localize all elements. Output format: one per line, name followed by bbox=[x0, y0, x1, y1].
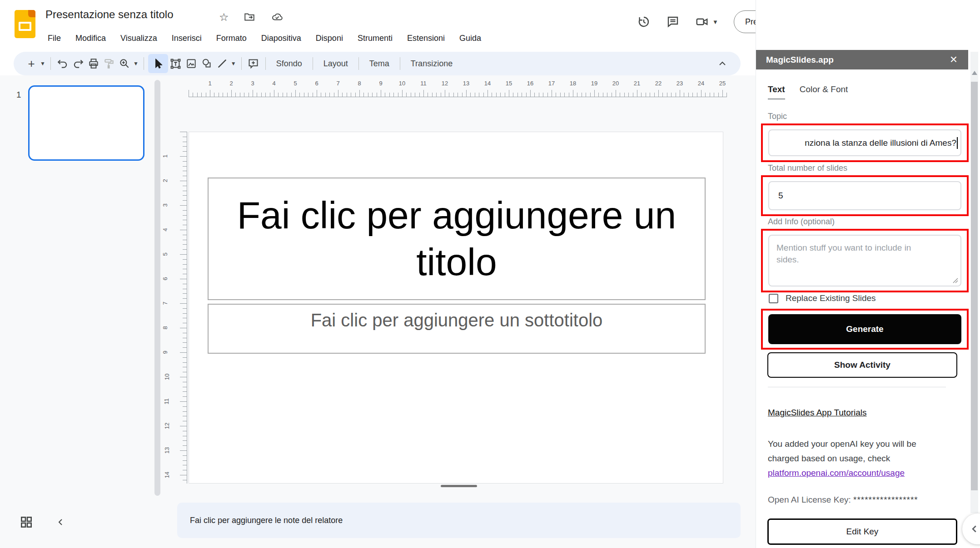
move-folder-icon[interactable] bbox=[244, 11, 255, 23]
new-slide-caret-icon[interactable]: ▼ bbox=[40, 60, 45, 67]
slide-title-placeholder[interactable]: Fai clic per aggiungere un titolo bbox=[208, 178, 706, 300]
filmstrip-slide-number: 1 bbox=[16, 90, 21, 100]
menu-modifica[interactable]: Modifica bbox=[71, 32, 110, 45]
document-title[interactable]: Presentazione senza titolo bbox=[45, 8, 174, 21]
slides-annotation-box: 5 bbox=[761, 175, 969, 216]
google-slides-logo[interactable] bbox=[15, 10, 35, 38]
ruler-number: 12 bbox=[442, 80, 448, 87]
subtitle-placeholder-text: Fai clic per aggiungere un sottotitolo bbox=[311, 310, 603, 330]
menu-file[interactable]: File bbox=[44, 32, 65, 45]
ruler-number: 15 bbox=[506, 80, 512, 87]
textarea-resize-grip[interactable] bbox=[953, 278, 958, 283]
tutorials-link[interactable]: MagicSlides App Tutorials bbox=[768, 408, 867, 418]
select-cursor-icon[interactable] bbox=[148, 54, 168, 73]
toolbar-collapse-icon[interactable] bbox=[717, 58, 728, 69]
filmstrip-collapse-icon[interactable] bbox=[55, 517, 66, 528]
toolbar-divider bbox=[358, 57, 359, 70]
menu-visualizza[interactable]: Visualizza bbox=[116, 32, 161, 45]
license-masked-value: ***************** bbox=[853, 495, 918, 504]
ruler-number: 10 bbox=[164, 374, 170, 380]
tab-text[interactable]: Text bbox=[768, 84, 785, 99]
print-icon[interactable] bbox=[86, 56, 101, 71]
undo-icon[interactable] bbox=[55, 56, 70, 71]
insert-image-icon[interactable] bbox=[184, 56, 199, 71]
menu-formato[interactable]: Formato bbox=[212, 32, 251, 45]
camera-dropdown-caret[interactable]: ▼ bbox=[712, 19, 718, 25]
usage-link[interactable]: platform.openai.com/account/usage bbox=[768, 468, 905, 478]
ruler-number: 7 bbox=[162, 301, 169, 305]
sidebar-scrollbar-thumb[interactable] bbox=[971, 82, 978, 490]
ruler-number: 12 bbox=[164, 423, 170, 429]
grid-view-icon[interactable] bbox=[19, 515, 34, 529]
ruler-number: 13 bbox=[463, 80, 469, 87]
ruler-number: 24 bbox=[698, 80, 704, 87]
slides-count-input[interactable]: 5 bbox=[768, 181, 961, 210]
meet-camera-icon[interactable]: ▼ bbox=[695, 15, 718, 29]
paint-format-icon[interactable] bbox=[101, 56, 117, 71]
menu-guida[interactable]: Guida bbox=[455, 32, 485, 45]
sidebar-divider bbox=[768, 387, 946, 387]
redo-icon[interactable] bbox=[70, 56, 86, 71]
ruler-number: 8 bbox=[358, 80, 361, 87]
zoom-icon[interactable] bbox=[117, 56, 132, 71]
toolbar-divider bbox=[313, 57, 313, 70]
new-slide-plus-icon[interactable]: + bbox=[24, 56, 39, 71]
filmstrip-thumbnail-selected[interactable] bbox=[28, 85, 144, 161]
topic-value: nziona la stanza delle illusioni di Ames… bbox=[805, 138, 956, 148]
filmstrip-scrollbar[interactable] bbox=[154, 80, 160, 496]
replace-slides-row: Replace Existing Slides bbox=[769, 293, 876, 303]
license-label: Open AI License Key: bbox=[768, 495, 851, 504]
magicslides-sidebar: MagicSlides.app × Text Color & Font Topi… bbox=[756, 0, 980, 548]
ruler-number: 9 bbox=[162, 351, 169, 354]
generate-button[interactable]: Generate bbox=[768, 314, 961, 344]
ruler-number: 8 bbox=[162, 326, 169, 329]
ruler-number: 4 bbox=[162, 228, 169, 231]
slide-canvas[interactable]: Fai clic per aggiungere un titolo Fai cl… bbox=[189, 132, 723, 484]
menu-inserisci[interactable]: Inserisci bbox=[168, 32, 206, 45]
ruler-number: 25 bbox=[719, 80, 726, 87]
info-line1: You added your openAI key you will be bbox=[768, 439, 916, 449]
slide-subtitle-placeholder[interactable]: Fai clic per aggiungere un sottotitolo bbox=[208, 304, 706, 354]
tab-color-font[interactable]: Color & Font bbox=[800, 84, 848, 99]
background-button[interactable]: Sfondo bbox=[270, 55, 308, 72]
chevron-left-icon bbox=[969, 523, 980, 535]
h-ruler-major-ticks bbox=[189, 90, 727, 97]
menu-diapositiva[interactable]: Diapositiva bbox=[257, 32, 305, 45]
zoom-caret-icon[interactable]: ▼ bbox=[133, 60, 139, 67]
toolbar-divider bbox=[241, 57, 242, 70]
ruler-number: 7 bbox=[336, 80, 339, 87]
edit-key-button[interactable]: Edit Key bbox=[767, 518, 957, 545]
textbox-icon[interactable] bbox=[168, 56, 184, 71]
insert-comment-icon[interactable] bbox=[246, 56, 261, 71]
insert-shape-icon[interactable] bbox=[199, 56, 214, 71]
comments-icon[interactable] bbox=[666, 15, 680, 29]
logo-page bbox=[19, 22, 31, 31]
topic-label: Topic bbox=[768, 112, 787, 121]
insert-line-icon[interactable] bbox=[214, 56, 230, 71]
line-caret-icon[interactable]: ▼ bbox=[231, 60, 236, 67]
ruler-number: 17 bbox=[548, 80, 555, 87]
notes-resize-handle[interactable] bbox=[441, 485, 477, 487]
scrollbar-up-arrow-icon[interactable] bbox=[972, 71, 977, 75]
menu-estensioni[interactable]: Estensioni bbox=[403, 32, 449, 45]
topic-input[interactable]: nziona la stanza delle illusioni di Ames… bbox=[768, 129, 961, 156]
main-toolbar: + ▼ ▼ ▼ Sfondo Layout Tema Transizione bbox=[14, 52, 741, 75]
version-history-icon[interactable] bbox=[637, 15, 651, 29]
layout-button[interactable]: Layout bbox=[317, 55, 354, 72]
theme-button[interactable]: Tema bbox=[363, 55, 396, 72]
panel-collapse-button[interactable] bbox=[962, 513, 980, 544]
transition-button[interactable]: Transizione bbox=[404, 55, 459, 72]
menu-disponi[interactable]: Disponi bbox=[312, 32, 347, 45]
workspace: 1 12345678910111213141516171819202122232… bbox=[0, 75, 756, 548]
addinfo-textarea[interactable]: Mention stuff you want to include in sid… bbox=[768, 235, 961, 286]
replace-slides-label: Replace Existing Slides bbox=[786, 293, 876, 303]
replace-slides-checkbox[interactable] bbox=[769, 294, 778, 303]
cloud-saved-icon[interactable] bbox=[271, 11, 284, 23]
openai-info-text: You added your openAI key you will be ch… bbox=[768, 437, 950, 480]
speaker-notes[interactable]: Fai clic per aggiungere le note del rela… bbox=[177, 503, 741, 538]
menu-strumenti[interactable]: Strumenti bbox=[353, 32, 397, 45]
show-activity-button[interactable]: Show Activity bbox=[767, 352, 957, 378]
star-icon[interactable]: ☆ bbox=[219, 11, 229, 24]
addinfo-annotation-box: Mention stuff you want to include in sid… bbox=[761, 229, 969, 292]
close-icon[interactable]: × bbox=[950, 53, 957, 66]
